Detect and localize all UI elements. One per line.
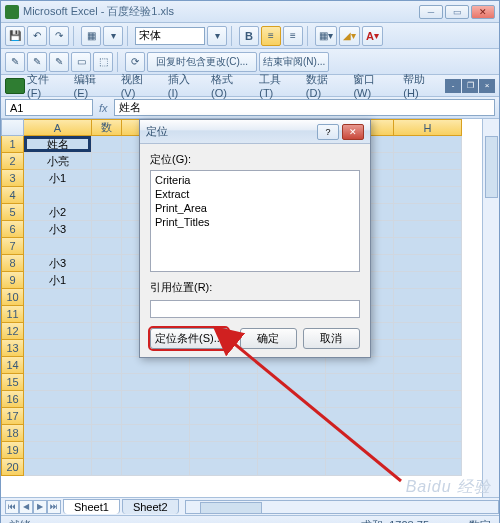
cell[interactable]: 小亮 — [24, 153, 92, 170]
cell[interactable]: 小1 — [24, 170, 92, 187]
cell[interactable] — [394, 170, 462, 187]
row-header[interactable]: 2 — [1, 153, 24, 170]
cell[interactable] — [394, 391, 462, 408]
cell[interactable] — [92, 408, 122, 425]
cell[interactable] — [190, 459, 258, 476]
cell[interactable] — [92, 238, 122, 255]
excel-menu-icon[interactable] — [5, 78, 25, 94]
dialog-close-button[interactable]: ✕ — [342, 124, 364, 140]
cell[interactable] — [122, 459, 190, 476]
cell[interactable] — [24, 289, 92, 306]
menu-help[interactable]: 帮助(H) — [397, 70, 443, 101]
doc-close-button[interactable]: × — [479, 79, 495, 93]
cell[interactable] — [394, 357, 462, 374]
cell[interactable] — [92, 340, 122, 357]
review-icon2[interactable]: ✎ — [27, 52, 47, 72]
cell[interactable] — [394, 374, 462, 391]
cell[interactable]: 小3 — [24, 255, 92, 272]
cell[interactable] — [394, 221, 462, 238]
cell[interactable] — [190, 425, 258, 442]
cell[interactable] — [394, 340, 462, 357]
cell[interactable] — [122, 391, 190, 408]
row-header[interactable]: 1 — [1, 136, 24, 153]
col-header[interactable]: H — [394, 119, 462, 136]
cell[interactable] — [394, 442, 462, 459]
cell[interactable] — [190, 408, 258, 425]
redo-icon[interactable]: ↷ — [49, 26, 69, 46]
menu-tools[interactable]: 工具(T) — [253, 70, 298, 101]
row-header[interactable]: 18 — [1, 425, 24, 442]
cell[interactable] — [258, 391, 326, 408]
row-header[interactable]: 10 — [1, 289, 24, 306]
save-icon[interactable]: 💾 — [5, 26, 25, 46]
cell[interactable] — [122, 442, 190, 459]
cell[interactable] — [190, 442, 258, 459]
goto-listbox[interactable]: CriteriaExtractPrint_AreaPrint_Titles — [150, 170, 360, 272]
review-icon5[interactable]: ⬚ — [93, 52, 113, 72]
menu-file[interactable]: 文件(F) — [21, 70, 66, 101]
cell[interactable] — [258, 357, 326, 374]
dialog-help-button[interactable]: ? — [317, 124, 339, 140]
cell[interactable] — [92, 442, 122, 459]
cell[interactable] — [92, 204, 122, 221]
list-item[interactable]: Print_Area — [155, 201, 355, 215]
list-item[interactable]: Extract — [155, 187, 355, 201]
row-header[interactable]: 16 — [1, 391, 24, 408]
cell[interactable] — [122, 425, 190, 442]
cell[interactable]: 小1 — [24, 272, 92, 289]
list-item[interactable]: Criteria — [155, 173, 355, 187]
row-header[interactable]: 19 — [1, 442, 24, 459]
end-review-button[interactable]: 结束审阅(N)... — [259, 52, 329, 72]
cell[interactable] — [24, 374, 92, 391]
horizontal-scrollbar[interactable] — [185, 500, 499, 514]
row-header[interactable]: 5 — [1, 204, 24, 221]
review-icon4[interactable]: ▭ — [71, 52, 91, 72]
row-header[interactable]: 7 — [1, 238, 24, 255]
ok-button[interactable]: 确定 — [240, 328, 297, 349]
cell[interactable] — [326, 391, 394, 408]
minimize-button[interactable]: ─ — [419, 5, 443, 19]
name-box[interactable]: A1 — [5, 99, 93, 116]
fx-icon[interactable]: fx — [99, 102, 108, 114]
cell[interactable] — [258, 408, 326, 425]
doc-minimize-button[interactable]: - — [445, 79, 461, 93]
cell[interactable] — [92, 425, 122, 442]
cell[interactable] — [24, 187, 92, 204]
cell[interactable] — [394, 459, 462, 476]
cell[interactable] — [190, 374, 258, 391]
reference-input[interactable] — [150, 300, 360, 318]
vertical-scrollbar[interactable] — [482, 119, 499, 497]
cell[interactable] — [92, 221, 122, 238]
quick-icon[interactable]: ▦ — [81, 26, 101, 46]
cell[interactable] — [258, 459, 326, 476]
special-button[interactable]: 定位条件(S)... — [150, 328, 228, 349]
cell[interactable] — [92, 323, 122, 340]
align-right-button[interactable]: ≡ — [283, 26, 303, 46]
reply-changes-button[interactable]: 回复时包含更改(C)... — [147, 52, 257, 72]
cell[interactable] — [326, 374, 394, 391]
cell[interactable] — [24, 391, 92, 408]
cell[interactable] — [122, 408, 190, 425]
review-icon3[interactable]: ✎ — [49, 52, 69, 72]
sheet-tab[interactable]: Sheet2 — [122, 499, 179, 514]
cell[interactable] — [24, 408, 92, 425]
cell[interactable] — [24, 323, 92, 340]
menu-view[interactable]: 视图(V) — [115, 70, 160, 101]
cell[interactable] — [258, 425, 326, 442]
menu-data[interactable]: 数据(D) — [300, 70, 346, 101]
cell[interactable] — [24, 357, 92, 374]
cell[interactable] — [326, 357, 394, 374]
cell[interactable] — [24, 459, 92, 476]
cell[interactable] — [92, 272, 122, 289]
row-header[interactable]: 12 — [1, 323, 24, 340]
cell[interactable] — [326, 408, 394, 425]
align-center-button[interactable]: ≡ — [261, 26, 281, 46]
font-color-button[interactable]: A▾ — [362, 26, 383, 46]
col-header[interactable]: A — [24, 119, 92, 136]
select-all-corner[interactable] — [1, 119, 24, 136]
menu-edit[interactable]: 编辑(E) — [68, 70, 113, 101]
review-icon1[interactable]: ✎ — [5, 52, 25, 72]
fill-color-button[interactable]: ◢▾ — [339, 26, 360, 46]
cell[interactable] — [394, 187, 462, 204]
cell[interactable] — [326, 425, 394, 442]
